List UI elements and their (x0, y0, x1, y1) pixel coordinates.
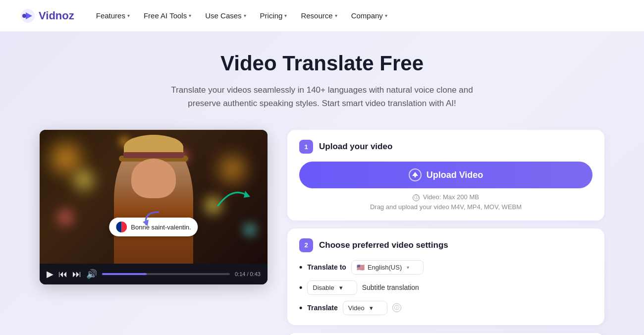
page-title: Video Translate Free (40, 52, 604, 75)
language-select-wrapper: 🇺🇸 English(US) ▾ (351, 260, 424, 275)
curved-arrow-icon (139, 207, 163, 232)
svg-marker-3 (244, 191, 250, 198)
step-2-card: 2 Choose preferred video settings • Tran… (287, 228, 604, 325)
nav-item-free-ai-tools[interactable]: Free AI Tools ▾ (138, 7, 197, 24)
chevron-down-icon: ▾ (189, 13, 191, 18)
bullet-icon: • (299, 303, 302, 313)
flag-emoji: 🇺🇸 (357, 264, 365, 271)
step-2-title: Choose preferred video settings (319, 240, 448, 250)
info-icon: ⓘ (413, 194, 420, 201)
chevron-down-icon: ▾ (385, 13, 387, 18)
translate-video-row: • Translate Video ▾ ⓘ (299, 301, 592, 315)
chevron-down-icon: ▾ (339, 284, 343, 291)
step-1-number: 1 (299, 140, 313, 154)
volume-button[interactable]: 🔊 (86, 269, 97, 279)
nav-item-use-cases[interactable]: Use Cases ▾ (199, 7, 252, 24)
svg-rect-6 (414, 175, 416, 177)
nav-item-features[interactable]: Features ▾ (90, 7, 136, 24)
svg-point-2 (22, 14, 26, 18)
video-player: Bonne saint-valentin. ▶ ⏮ ⏭ 🔊 (40, 130, 268, 284)
step-2-header: 2 Choose preferred video settings (299, 238, 592, 252)
bullet-icon: • (299, 262, 302, 273)
bullet-icon: • (299, 282, 302, 293)
upload-info: ⓘ Video: Max 200 MB Drag and upload your… (299, 193, 592, 211)
nav-item-pricing[interactable]: Pricing ▾ (254, 7, 293, 24)
navbar: Vidnoz Features ▾ Free AI Tools ▾ Use Ca… (0, 0, 644, 32)
disable-select[interactable]: Disable ▾ (307, 280, 357, 295)
play-button[interactable]: ▶ (47, 269, 54, 279)
nav-item-resource[interactable]: Resource ▾ (295, 7, 343, 24)
chevron-down-icon: ▾ (127, 13, 130, 18)
nav-menu: Features ▾ Free AI Tools ▾ Use Cases ▾ P… (90, 7, 393, 24)
hero-subtitle: Translate your videos seamlessly in 140+… (154, 83, 490, 110)
svg-marker-5 (412, 172, 418, 176)
chevron-down-icon: ▾ (370, 304, 373, 312)
arrow-icon (213, 181, 253, 211)
video-preview: Bonne saint-valentin. (40, 130, 268, 264)
flag-icon (116, 222, 127, 232)
brand-name: Vidnoz (39, 9, 74, 22)
nav-item-company[interactable]: Company ▾ (345, 7, 393, 24)
video-select[interactable]: Video ▾ (343, 301, 387, 315)
info-icon[interactable]: ⓘ (392, 303, 401, 312)
skip-forward-button[interactable]: ⏭ (72, 269, 81, 279)
progress-fill (102, 273, 147, 275)
chevron-down-icon: ▾ (335, 13, 337, 18)
subtitle-row: • Disable ▾ Subtitle translation (299, 280, 592, 295)
step-3-card: 3 Click Translate Now to start Translate… (287, 333, 604, 335)
chevron-down-icon: ▾ (244, 13, 246, 18)
chevron-down-icon: ▾ (407, 265, 409, 270)
language-select[interactable]: 🇺🇸 English(US) ▾ (351, 260, 424, 275)
video-controls: ▶ ⏮ ⏭ 🔊 0:14 / 0:43 (40, 264, 268, 284)
time-display: 0:14 / 0:43 (235, 271, 261, 277)
skip-back-button[interactable]: ⏮ (58, 269, 67, 279)
logo-icon (20, 8, 36, 24)
subtitle-translation-label: Subtitle translation (362, 283, 419, 291)
step-1-title: Upload your video (319, 142, 392, 152)
progress-bar[interactable] (102, 273, 230, 275)
logo[interactable]: Vidnoz (20, 8, 74, 24)
upload-icon (409, 168, 422, 181)
step-1-card: 1 Upload your video Upload Video ⓘ (287, 130, 604, 221)
translate-to-label: Translate to (307, 263, 346, 271)
chevron-down-icon: ▾ (284, 13, 287, 18)
upload-video-button[interactable]: Upload Video (299, 162, 592, 188)
steps-panel: 1 Upload your video Upload Video ⓘ (287, 130, 604, 335)
step-1-header: 1 Upload your video (299, 140, 592, 154)
hero-section: Video Translate Free Translate your vide… (0, 32, 644, 335)
translate-label: Translate (307, 304, 337, 312)
translate-to-row: • Translate to 🇺🇸 English(US) ▾ (299, 260, 592, 275)
step-2-number: 2 (299, 238, 313, 252)
main-content: Bonne saint-valentin. ▶ ⏮ ⏭ 🔊 (40, 130, 604, 335)
